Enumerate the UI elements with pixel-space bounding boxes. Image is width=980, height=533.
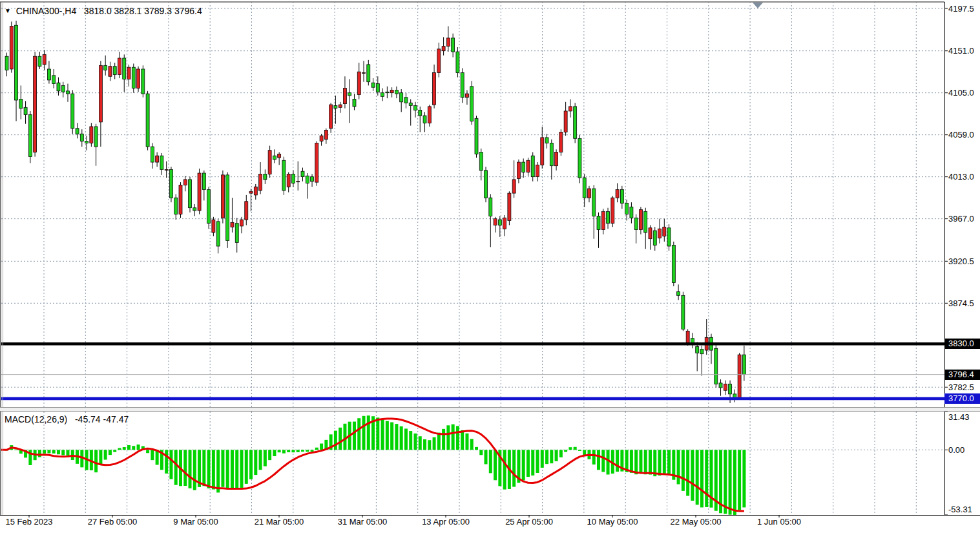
macd-bar — [245, 450, 248, 484]
bull-candle — [564, 111, 567, 132]
macd-bar — [357, 418, 360, 450]
macd-bar — [297, 450, 300, 452]
bull-candle — [127, 67, 130, 79]
support-line-price-tag: 3770.0 — [944, 393, 980, 404]
bear-candle — [264, 174, 267, 179]
price-axis-label: 3782.5 — [948, 382, 974, 392]
time-axis-label: 25 Apr 05:00 — [505, 517, 553, 527]
time-axis-label: 15 Feb 2023 — [5, 517, 52, 527]
macd-bar — [409, 431, 412, 450]
macd-bar — [202, 450, 205, 486]
bear-candle — [376, 84, 379, 92]
price-axis-label: 4013.0 — [948, 172, 974, 182]
bear-candle — [475, 118, 478, 154]
macd-bar — [367, 415, 370, 450]
chart-window: ▼ CHINA300-,H4 3818.0 3828.1 3789.3 3796… — [0, 0, 980, 533]
bull-candle — [611, 198, 614, 224]
bull-candle — [428, 107, 431, 123]
price-axis-label: 3920.5 — [948, 256, 974, 266]
price-axis-label: 4105.0 — [948, 88, 974, 98]
macd-bar — [700, 450, 704, 507]
bear-candle — [132, 67, 135, 88]
time-axis-label: 22 May 05:00 — [671, 517, 722, 527]
macd-bar — [658, 450, 662, 476]
bear-candle — [367, 65, 370, 82]
bear-candle — [677, 292, 680, 296]
chart-title: ▼ CHINA300-,H4 3818.0 3828.1 3789.3 3796… — [5, 6, 202, 16]
bull-candle — [231, 222, 234, 227]
bull-candle — [559, 132, 563, 152]
bull-candle — [357, 72, 360, 94]
macd-bar — [597, 450, 600, 470]
bull-candle — [268, 151, 271, 174]
macd-bar — [541, 450, 544, 468]
bull-candle — [315, 143, 318, 182]
bear-candle — [522, 162, 525, 172]
macd-bar — [249, 450, 253, 479]
chart-shift-marker[interactable] — [753, 3, 763, 8]
bull-candle — [245, 202, 248, 220]
macd-bar — [254, 450, 257, 475]
bull-candle — [259, 174, 262, 190]
bear-candle — [47, 69, 50, 80]
price-axis-label: 4059.0 — [948, 130, 974, 140]
macd-bar — [428, 440, 431, 450]
macd-bar — [174, 450, 178, 485]
macd-bar — [231, 450, 234, 488]
macd-bar — [475, 447, 478, 450]
macd-bar — [315, 448, 318, 450]
macd-bar — [104, 450, 107, 459]
macd-bar — [663, 450, 666, 474]
bear-candle — [672, 246, 675, 283]
macd-bar — [607, 450, 610, 474]
pane-splitter[interactable] — [0, 407, 980, 412]
macd-bar — [568, 447, 572, 450]
macd-bar — [559, 450, 563, 457]
macd-bar — [61, 450, 65, 455]
bull-candle — [658, 229, 662, 238]
bear-candle — [578, 138, 581, 178]
chart-canvas[interactable] — [0, 0, 980, 533]
bear-candle — [169, 169, 172, 198]
macd-bar — [705, 450, 708, 507]
macd-bar — [733, 450, 736, 515]
macd-bar — [113, 450, 116, 452]
bull-candle — [362, 73, 366, 74]
bear-candle — [76, 129, 79, 134]
bull-candle — [639, 210, 642, 230]
bear-candle — [719, 383, 722, 388]
macd-bar — [38, 450, 41, 457]
bear-candle — [634, 218, 638, 229]
bear-candle — [644, 211, 647, 232]
bull-candle — [339, 105, 342, 107]
bear-candle — [423, 116, 426, 123]
bear-candle — [583, 178, 586, 198]
bear-candle — [291, 174, 295, 183]
bear-candle — [625, 204, 629, 214]
bear-candle — [461, 73, 464, 98]
bear-candle — [531, 156, 534, 176]
macd-bar — [550, 450, 553, 463]
time-axis-label: 27 Feb 05:00 — [88, 517, 138, 527]
bull-candle — [465, 94, 468, 98]
price-axis-label: 4151.0 — [948, 46, 974, 56]
macd-bar — [291, 450, 295, 452]
macd-bar — [216, 450, 220, 492]
macd-bar — [169, 450, 172, 479]
macd-bar — [212, 450, 215, 489]
macd-bar — [461, 430, 464, 450]
macd-bar — [423, 439, 426, 450]
macd-bar — [494, 450, 497, 480]
bear-candle — [151, 147, 154, 162]
bear-candle — [28, 115, 32, 157]
macd-bar — [442, 429, 445, 450]
bull-candle — [165, 169, 168, 170]
bull-candle — [587, 189, 590, 198]
bear-candle — [38, 56, 41, 67]
symbol-dropdown-icon[interactable]: ▼ — [5, 7, 11, 14]
bear-candle — [607, 211, 610, 223]
bear-candle — [24, 107, 27, 114]
bear-candle — [207, 189, 211, 223]
bull-candle — [240, 220, 244, 226]
time-axis-label: 1 Jun 05:00 — [757, 517, 801, 527]
